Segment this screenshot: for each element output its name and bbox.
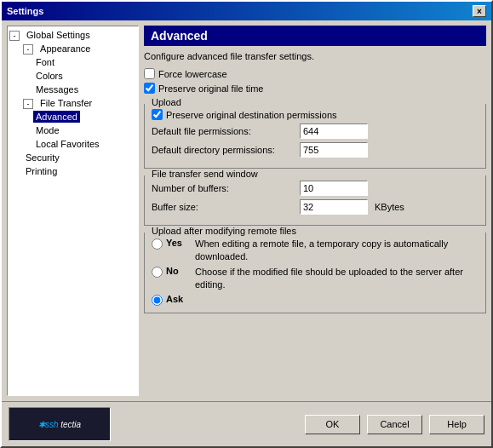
sidebar-label-local-favorites: Local Favorites <box>33 138 102 150</box>
sidebar-label-appearance: Appearance <box>37 43 93 55</box>
num-buffers-input[interactable] <box>300 181 368 196</box>
radio-no-desc: Choose if the modified file should be up… <box>195 266 479 292</box>
sidebar-label-font: Font <box>33 56 57 68</box>
expand-icon[interactable]: - <box>23 99 33 109</box>
sidebar-item-font[interactable]: Font <box>9 55 136 69</box>
preserve-file-time-row: Preserve original file time <box>144 83 486 94</box>
buffer-size-unit: KBytes <box>375 202 404 212</box>
radio-yes-row: Yes When editing a remote file, a tempor… <box>152 238 479 264</box>
radio-yes-label: Yes <box>166 238 192 248</box>
sidebar-label-global-settings: Global Settings <box>24 29 93 41</box>
sidebar-item-colors[interactable]: Colors <box>9 69 136 83</box>
num-buffers-label: Number of buffers: <box>152 183 296 193</box>
sidebar-item-global-settings[interactable]: - Global Settings <box>9 28 136 42</box>
sidebar-item-messages[interactable]: Messages <box>9 83 136 96</box>
sidebar-label-printing: Printing <box>23 165 60 177</box>
buffer-size-label: Buffer size: <box>152 202 296 212</box>
sidebar-label-messages: Messages <box>33 83 81 95</box>
settings-window: Settings × - Global Settings - Appearanc… <box>0 0 493 448</box>
default-dir-permissions-input[interactable] <box>300 142 368 158</box>
default-dir-permissions-label: Default directory permissions: <box>152 145 296 155</box>
radio-no-label: No <box>166 266 192 276</box>
send-window-group: File transfer send window Number of buff… <box>144 175 486 226</box>
sidebar-item-printing[interactable]: Printing <box>9 164 136 178</box>
sidebar-label-colors: Colors <box>33 70 66 82</box>
sidebar-item-file-transfer[interactable]: - File Transfer <box>9 96 136 110</box>
sidebar-label-security: Security <box>23 152 62 164</box>
button-group: OK Cancel Help <box>305 415 484 434</box>
preserve-file-time-checkbox[interactable] <box>144 83 155 94</box>
title-bar: Settings × <box>2 2 491 20</box>
close-button[interactable]: × <box>473 5 486 17</box>
logo-brand: tectia <box>60 420 81 429</box>
sidebar-label-advanced: Advanced <box>33 111 80 123</box>
default-file-permissions-input[interactable] <box>300 123 368 139</box>
ok-button[interactable]: OK <box>305 415 360 434</box>
preserve-permissions-label: Preserve original destination permission… <box>166 110 337 120</box>
help-button[interactable]: Help <box>429 415 484 434</box>
radio-no-row: No Choose if the modified file should be… <box>152 266 479 292</box>
sidebar-item-local-favorites[interactable]: Local Favorites <box>9 137 136 151</box>
radio-ask[interactable] <box>152 295 163 306</box>
buffer-size-row: Buffer size: KBytes <box>152 199 479 215</box>
window-title: Settings <box>7 6 43 16</box>
sidebar-item-appearance[interactable]: - Appearance <box>9 42 136 55</box>
preserve-file-time-label: Preserve original file time <box>158 83 264 94</box>
sidebar-item-advanced[interactable]: Advanced <box>9 110 136 123</box>
expand-icon[interactable]: - <box>23 44 33 55</box>
preserve-permissions-checkbox[interactable] <box>152 109 163 120</box>
radio-yes-desc: When editing a remote file, a temporary … <box>195 238 479 264</box>
bottom-bar: ✱ssh tectia OK Cancel Help <box>2 401 491 446</box>
upload-after-group: Upload after modifying remote files Yes … <box>144 233 486 313</box>
right-panel: Advanced Configure advanced file transfe… <box>144 26 486 396</box>
panel-description: Configure advanced file transfer setting… <box>144 51 486 61</box>
send-window-group-title: File transfer send window <box>150 169 260 179</box>
preserve-permissions-row: Preserve original destination permission… <box>152 109 479 120</box>
upload-group: Upload Preserve original destination per… <box>144 104 486 169</box>
sidebar-item-security[interactable]: Security <box>9 151 136 164</box>
panel-title: Advanced <box>144 26 486 46</box>
radio-ask-row: Ask <box>152 294 479 306</box>
radio-group: Yes When editing a remote file, a tempor… <box>152 238 479 306</box>
force-lowercase-label: Force lowercase <box>158 69 227 79</box>
default-file-permissions-label: Default file permissions: <box>152 126 296 136</box>
expand-icon[interactable]: - <box>9 31 20 41</box>
logo-text: ✱ssh tectia <box>38 420 81 429</box>
default-file-permissions-row: Default file permissions: <box>152 123 479 139</box>
sidebar-tree: - Global Settings - Appearance Font Colo… <box>7 26 139 396</box>
sidebar-item-mode[interactable]: Mode <box>9 123 136 137</box>
logo-prefix: ✱ssh <box>38 420 60 429</box>
upload-group-title: Upload <box>150 97 183 107</box>
logo-box: ✱ssh tectia <box>9 407 111 441</box>
default-dir-permissions-row: Default directory permissions: <box>152 142 479 158</box>
radio-ask-label: Ask <box>166 294 192 304</box>
radio-no[interactable] <box>152 267 163 278</box>
content-area: - Global Settings - Appearance Font Colo… <box>2 20 491 401</box>
radio-yes[interactable] <box>152 238 163 250</box>
sidebar-label-file-transfer: File Transfer <box>37 97 95 109</box>
cancel-button[interactable]: Cancel <box>367 415 422 434</box>
force-lowercase-checkbox[interactable] <box>144 68 155 79</box>
upload-after-group-title: Upload after modifying remote files <box>150 226 298 236</box>
sidebar-label-mode: Mode <box>33 124 62 136</box>
num-buffers-row: Number of buffers: <box>152 181 479 196</box>
buffer-size-input[interactable] <box>300 199 368 215</box>
force-lowercase-row: Force lowercase <box>144 68 486 79</box>
